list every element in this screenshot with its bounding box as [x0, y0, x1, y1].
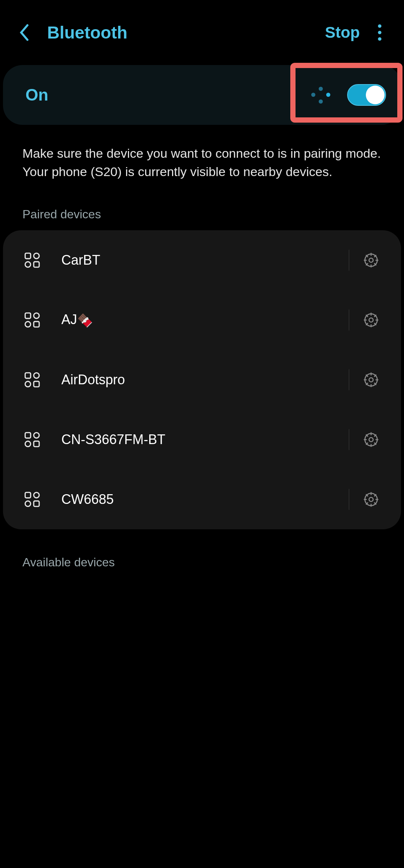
device-category-icon — [22, 369, 43, 390]
separator — [349, 250, 349, 271]
paired-devices-header: Paired devices — [0, 181, 404, 230]
device-settings-button[interactable] — [360, 309, 382, 331]
device-category-icon — [22, 489, 43, 510]
separator — [349, 489, 349, 510]
device-name: CN-S3667FM-BT — [61, 432, 338, 447]
status-label: On — [25, 86, 48, 104]
device-name: AirDotspro — [61, 372, 338, 388]
bluetooth-toggle[interactable] — [347, 84, 386, 106]
paired-devices-list: CarBT AJ🍫 AirDotspro CN-S3667FM-BT — [3, 230, 401, 529]
svg-rect-12 — [34, 321, 39, 327]
svg-rect-28 — [34, 492, 39, 498]
svg-point-2 — [378, 37, 381, 41]
device-settings-button[interactable] — [360, 249, 382, 271]
svg-rect-4 — [34, 253, 39, 259]
svg-rect-3 — [25, 253, 31, 259]
svg-rect-5 — [25, 262, 31, 267]
svg-rect-6 — [34, 262, 39, 267]
svg-rect-18 — [34, 381, 39, 387]
svg-point-7 — [369, 258, 373, 262]
device-row[interactable]: AJ🍫 — [3, 290, 401, 350]
svg-rect-15 — [25, 373, 31, 378]
header: Bluetooth Stop — [0, 0, 404, 58]
svg-rect-23 — [25, 441, 31, 447]
svg-rect-16 — [34, 373, 39, 378]
chevron-left-icon — [18, 23, 31, 42]
device-category-icon — [22, 250, 43, 271]
svg-point-31 — [369, 497, 373, 501]
svg-rect-10 — [34, 313, 39, 318]
separator — [349, 310, 349, 330]
svg-rect-30 — [34, 501, 39, 507]
device-category-icon — [22, 310, 43, 330]
stop-button[interactable]: Stop — [325, 24, 360, 41]
info-text: Make sure the device you want to connect… — [0, 125, 404, 181]
svg-rect-11 — [25, 321, 31, 327]
separator — [349, 369, 349, 390]
device-settings-button[interactable] — [360, 488, 382, 511]
separator — [349, 429, 349, 450]
svg-rect-24 — [34, 441, 39, 447]
device-row[interactable]: CarBT — [3, 230, 401, 290]
more-vertical-icon — [377, 24, 382, 41]
device-settings-button[interactable] — [360, 428, 382, 451]
device-category-icon — [22, 429, 43, 450]
device-row[interactable]: CN-S3667FM-BT — [3, 410, 401, 470]
back-button[interactable] — [15, 23, 34, 42]
more-options-button[interactable] — [370, 23, 389, 42]
svg-rect-22 — [34, 433, 39, 438]
device-name: AJ🍫 — [61, 312, 338, 328]
available-devices-header: Available devices — [0, 529, 404, 578]
svg-point-13 — [369, 318, 373, 322]
device-name: CarBT — [61, 252, 338, 268]
svg-point-0 — [378, 24, 381, 28]
svg-point-1 — [378, 31, 381, 34]
svg-rect-29 — [25, 501, 31, 507]
device-name: CW6685 — [61, 492, 338, 507]
svg-rect-27 — [25, 492, 31, 498]
page-title: Bluetooth — [47, 22, 325, 43]
svg-rect-9 — [25, 313, 31, 318]
svg-rect-17 — [25, 381, 31, 387]
device-settings-button[interactable] — [360, 369, 382, 391]
bluetooth-status-panel: On — [3, 65, 401, 125]
device-row[interactable]: AirDotspro — [3, 350, 401, 410]
device-row[interactable]: CW6685 — [3, 470, 401, 529]
loading-indicator-icon — [310, 84, 332, 106]
svg-point-25 — [369, 437, 373, 441]
svg-point-19 — [369, 378, 373, 382]
svg-rect-21 — [25, 433, 31, 438]
